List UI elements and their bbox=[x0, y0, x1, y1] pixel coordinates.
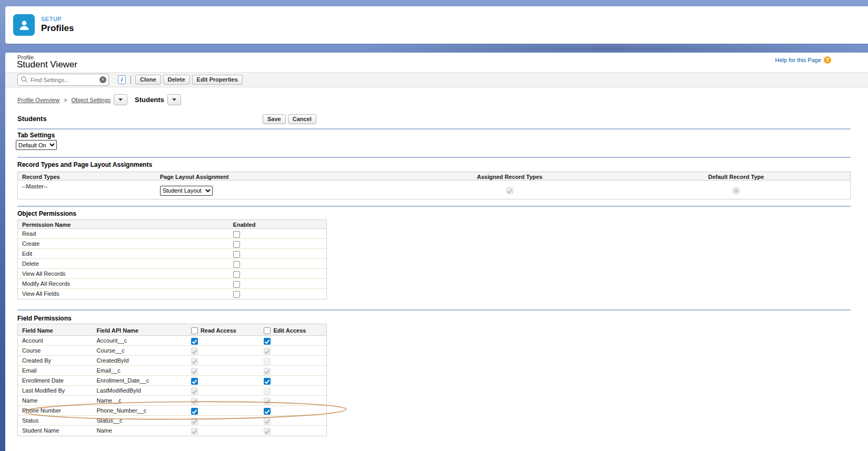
enabled-checkbox[interactable] bbox=[233, 231, 240, 238]
record-types-header: Record Types Page Layout Assignment Assi… bbox=[18, 172, 850, 181]
edit-access-cell bbox=[260, 366, 326, 375]
read-access-cell bbox=[187, 396, 260, 405]
enabled-checkbox[interactable] bbox=[233, 241, 240, 248]
read-access-checkbox[interactable] bbox=[191, 378, 198, 385]
page-layout-cell: Student Layout bbox=[156, 181, 397, 199]
read-access-checkbox bbox=[191, 388, 198, 395]
profile-toolbar: × i Clone Delete Edit Properties bbox=[5, 72, 868, 87]
table-row: Last Modified By LastModifiedById bbox=[18, 386, 326, 396]
permission-name: Read bbox=[18, 229, 229, 238]
table-row: --Master-- Student Layout bbox=[18, 181, 850, 199]
column-header: Field API Name bbox=[93, 326, 187, 334]
edit-access-checkbox bbox=[264, 348, 271, 355]
enabled-checkbox[interactable] bbox=[233, 291, 240, 298]
table-row: Created By CreatedById bbox=[18, 356, 326, 366]
table-row: Enrollment Date Enrollment_Date__c bbox=[18, 376, 326, 386]
column-header-edit-access: Edit Access bbox=[260, 326, 326, 334]
delete-button[interactable]: Delete bbox=[163, 75, 190, 85]
info-icon[interactable]: i bbox=[118, 75, 126, 84]
toolbar-divider bbox=[131, 76, 131, 84]
permission-name: View All Fields bbox=[18, 289, 229, 299]
read-access-cell bbox=[187, 336, 260, 345]
enabled-checkbox[interactable] bbox=[233, 261, 240, 268]
record-type-cell: --Master-- bbox=[18, 181, 156, 199]
column-header: Enabled bbox=[229, 220, 326, 228]
enabled-cell bbox=[229, 249, 326, 258]
field-name: Created By bbox=[18, 356, 93, 365]
profiles-user-icon bbox=[13, 14, 35, 36]
field-api-name: Enrollment_Date__c bbox=[93, 376, 187, 385]
save-button[interactable]: Save bbox=[263, 114, 286, 124]
permission-name: Create bbox=[18, 239, 229, 248]
table-row: Modify All Records bbox=[18, 279, 326, 289]
read-access-checkbox bbox=[191, 418, 198, 425]
default-record-type-radio bbox=[733, 187, 740, 194]
read-access-cell bbox=[187, 416, 260, 425]
read-access-select-all-checkbox[interactable] bbox=[191, 327, 198, 334]
edit-access-select-all-checkbox[interactable] bbox=[264, 327, 271, 334]
column-header: Assigned Record Types bbox=[397, 172, 624, 180]
edit-access-cell bbox=[260, 336, 326, 345]
column-header-read-access: Read Access bbox=[187, 326, 260, 334]
table-row-phone-number: Phone Number Phone_Number__c bbox=[18, 406, 326, 416]
students-dropdown-button[interactable] bbox=[167, 94, 181, 105]
edit-access-checkbox[interactable] bbox=[264, 338, 271, 345]
permission-name: Delete bbox=[18, 259, 229, 268]
search-input[interactable] bbox=[18, 77, 100, 83]
breadcrumb-object-settings[interactable]: Object Settings bbox=[72, 97, 111, 103]
default-record-type-cell bbox=[624, 181, 850, 199]
edit-access-checkbox[interactable] bbox=[264, 378, 271, 385]
tab-settings-select[interactable]: Default On bbox=[16, 140, 57, 150]
table-row: Create bbox=[18, 239, 326, 249]
column-header-label: Edit Access bbox=[273, 327, 306, 334]
cancel-button[interactable]: Cancel bbox=[288, 114, 316, 124]
edit-access-checkbox bbox=[264, 388, 271, 395]
table-row: Account Account__c bbox=[18, 336, 326, 346]
read-access-cell bbox=[187, 386, 260, 395]
field-name: Last Modified By bbox=[18, 386, 93, 395]
field-name: Student Name bbox=[18, 426, 93, 436]
object-permissions-header: Permission Name Enabled bbox=[18, 220, 326, 229]
page-layout-select[interactable]: Student Layout bbox=[160, 186, 213, 196]
read-access-checkbox[interactable] bbox=[191, 408, 198, 415]
object-settings-dropdown-button[interactable] bbox=[114, 94, 127, 105]
enabled-checkbox[interactable] bbox=[233, 281, 240, 288]
edit-access-cell bbox=[260, 396, 326, 405]
table-row: Status Status__c bbox=[18, 416, 326, 426]
edit-access-cell bbox=[260, 376, 326, 385]
enabled-checkbox[interactable] bbox=[233, 251, 240, 258]
column-header: Field Name bbox=[18, 326, 93, 334]
column-header: Page Layout Assignment bbox=[156, 172, 397, 180]
enabled-cell bbox=[229, 289, 326, 299]
edit-access-cell bbox=[260, 416, 326, 425]
read-access-checkbox bbox=[191, 368, 198, 375]
table-row: Read bbox=[18, 229, 326, 239]
read-access-cell bbox=[187, 426, 260, 436]
field-name: Email bbox=[18, 366, 93, 375]
edit-access-cell bbox=[260, 346, 326, 355]
assigned-record-types-cell bbox=[397, 181, 624, 199]
object-permissions-table: Permission Name Enabled Read Create Edit… bbox=[17, 219, 327, 299]
page-title: Profiles bbox=[41, 23, 74, 34]
read-access-checkbox bbox=[191, 428, 198, 435]
edit-access-checkbox[interactable] bbox=[264, 408, 271, 415]
edit-properties-button[interactable]: Edit Properties bbox=[192, 75, 243, 85]
tab-settings-label: Tab Settings bbox=[17, 132, 55, 139]
read-access-checkbox[interactable] bbox=[191, 338, 198, 345]
edit-access-cell bbox=[260, 356, 326, 365]
clone-button[interactable]: Clone bbox=[135, 75, 161, 85]
setup-eyebrow: SETUP bbox=[41, 16, 74, 23]
field-name: Account bbox=[18, 336, 93, 345]
enabled-checkbox[interactable] bbox=[233, 271, 240, 278]
table-row: View All Records bbox=[18, 269, 326, 279]
help-for-this-page-link[interactable]: Help for this Page bbox=[775, 57, 821, 63]
read-access-cell bbox=[187, 376, 260, 385]
field-api-name: Account__c bbox=[93, 336, 187, 345]
breadcrumb-profile-overview[interactable]: Profile Overview bbox=[17, 97, 59, 103]
enabled-cell bbox=[229, 269, 326, 278]
clear-search-icon[interactable]: × bbox=[99, 76, 106, 83]
read-access-cell bbox=[187, 356, 260, 365]
search-icon bbox=[21, 76, 28, 83]
help-icon[interactable]: ? bbox=[824, 56, 831, 64]
breadcrumb-separator: > bbox=[64, 97, 67, 103]
